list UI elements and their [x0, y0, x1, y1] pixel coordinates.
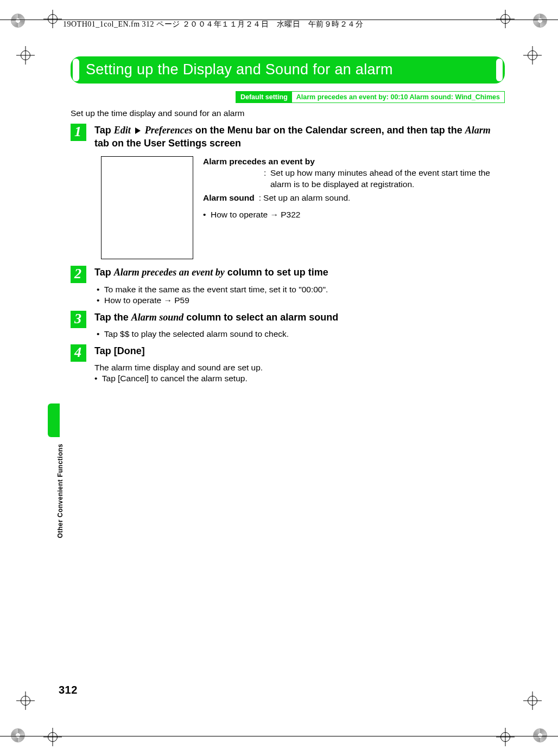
page-number: 312: [59, 684, 78, 696]
step-number: 4: [71, 344, 86, 362]
page: 19OTH01_1col_EN.fm 312 ページ ２００４年１１月２４日 水…: [0, 0, 558, 756]
triangle-right-icon: [135, 127, 141, 134]
step-4-result: The alarm time display and sound are set…: [94, 363, 505, 373]
crop-mark-icon: [496, 728, 515, 746]
step-4-bullet-1: Tap [Cancel] to cancel the alarm setup.: [102, 374, 248, 383]
step-title-text: Tap: [94, 267, 114, 278]
registration-mark-icon: [533, 728, 547, 742]
crop-mark-icon: [496, 10, 515, 28]
running-header: 19OTH01_1col_EN.fm 312 ページ ２００４年１１月２４日 水…: [63, 20, 363, 29]
default-setting-strip: Default setting Alarm precedes an event …: [71, 91, 505, 103]
step-number: 1: [71, 124, 86, 141]
step-title-italic: Alarm sound: [131, 312, 184, 323]
screenshot-placeholder: [101, 156, 193, 259]
side-tab: [48, 403, 60, 437]
step-title-text: on the Menu bar on the Calendar screen, …: [195, 125, 465, 136]
side-section-label: Other Convenient Functions: [56, 444, 65, 538]
step-title-text: column to select an alarm sound: [186, 312, 338, 323]
step-3: 3 Tap the Alarm sound column to select a…: [71, 311, 505, 341]
registration-mark-icon: [11, 14, 25, 28]
default-setting-box: Default setting Alarm precedes an event …: [236, 91, 505, 103]
step-title-text: Tap: [94, 125, 114, 136]
crop-mark-icon: [523, 46, 542, 65]
step-title-preferences: Preferences: [145, 125, 193, 136]
crop-mark-icon: [523, 691, 542, 710]
step-1-definitions: Alarm precedes an event by : Set up how …: [101, 156, 505, 259]
step-title-edit: Edit: [114, 125, 131, 136]
def-howto: How to operate → P322: [211, 210, 300, 219]
step-number: 3: [71, 311, 86, 328]
intro-text: Set up the time display and sound for an…: [71, 108, 505, 118]
def-sound-term: Alarm sound: [203, 193, 255, 204]
step-4-title: Tap [Done]: [94, 344, 505, 357]
def-precedes-desc: Set up how many minutes ahead of the eve…: [270, 168, 505, 190]
section-title-banner: Setting up the Display and Sound for an …: [71, 56, 505, 84]
step-1-title: Tap Edit Preferences on the Menu bar on …: [94, 124, 505, 150]
step-2-bullet-2: How to operate → P59: [104, 296, 189, 305]
crop-mark-icon: [43, 728, 62, 746]
content-area: Setting up the Display and Sound for an …: [71, 56, 505, 387]
registration-mark-icon: [11, 728, 25, 742]
section-title: Setting up the Display and Sound for an …: [84, 62, 395, 78]
hairline: [0, 736, 558, 736]
default-setting-label: Default setting: [236, 92, 292, 102]
step-4: 4 Tap [Done] The alarm time display and …: [71, 344, 505, 386]
step-3-title: Tap the Alarm sound column to select an …: [94, 311, 505, 324]
step-title-alarm: Alarm: [465, 125, 491, 136]
step-title-text: Tap the: [94, 312, 131, 323]
step-title-text: tab on the User Settings screen: [94, 138, 241, 149]
registration-mark-icon: [533, 14, 547, 28]
crop-mark-icon: [16, 691, 35, 710]
default-setting-value: Alarm precedes an event by: 00:10 Alarm …: [292, 92, 504, 102]
step-2-title: Tap Alarm precedes an event by column to…: [94, 266, 505, 279]
crop-mark-icon: [43, 10, 62, 28]
step-2: 2 Tap Alarm precedes an event by column …: [71, 266, 505, 307]
step-title-italic: Alarm precedes an event by: [114, 267, 225, 278]
step-1: 1 Tap Edit Preferences on the Menu bar o…: [71, 124, 505, 153]
step-3-bullet-1: Tap $$ to play the selected alarm sound …: [104, 329, 289, 338]
crop-mark-icon: [16, 46, 35, 65]
step-2-bullet-1: To make it the same as the event start t…: [104, 285, 328, 294]
step-number: 2: [71, 266, 86, 283]
def-precedes-term: Alarm precedes an event by: [203, 156, 505, 168]
step-title-text: column to set up time: [227, 267, 328, 278]
def-sound-desc: Set up an alarm sound.: [263, 193, 350, 204]
